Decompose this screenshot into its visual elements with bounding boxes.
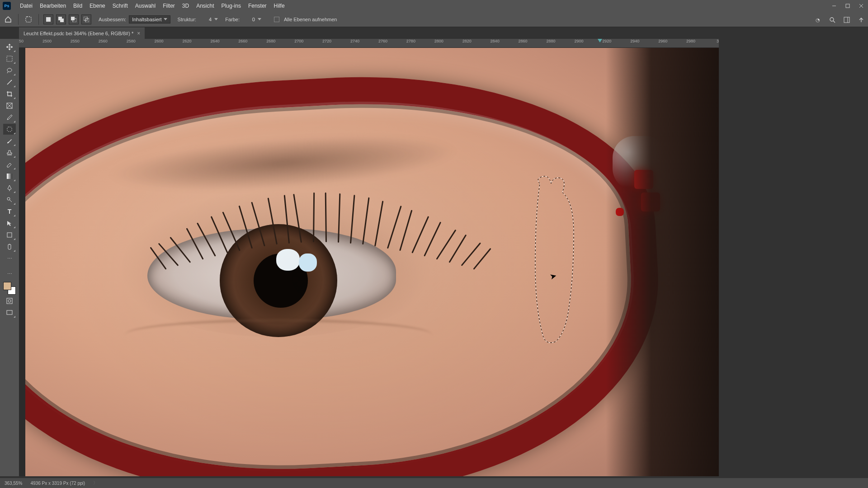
search-icon[interactable]	[828, 16, 836, 24]
menu-bild[interactable]: Bild	[70, 1, 86, 11]
structure-label: Struktur:	[178, 17, 197, 22]
eyedropper-tool[interactable]	[3, 112, 16, 123]
dodge-tool[interactable]	[3, 194, 16, 205]
svg-rect-27	[7, 298, 12, 304]
zoom-level[interactable]: 363,55%	[5, 481, 22, 486]
wand-tool[interactable]	[3, 77, 16, 88]
all-layers-label: Alle Ebenen aufnehmen	[284, 17, 337, 22]
menu-filter[interactable]: Filter	[159, 1, 179, 11]
selection-marquee	[531, 174, 585, 346]
svg-point-28	[8, 300, 11, 302]
patch-tool-indicator[interactable]	[23, 14, 34, 25]
canvas[interactable]: ➤	[25, 48, 719, 476]
selection-new[interactable]	[43, 14, 53, 24]
menu-fenster[interactable]: Fenster	[245, 1, 270, 11]
window-minimize[interactable]	[827, 0, 841, 12]
selection-intersect[interactable]	[81, 14, 91, 24]
menu-bearbeiten[interactable]: Bearbeiten	[36, 1, 70, 11]
structure-value[interactable]: 4	[199, 17, 212, 22]
menu-schrift[interactable]: Schrift	[109, 1, 132, 11]
document-tab[interactable]: Leucht Effekt.psdc bei 364% (Ebene 6, RG…	[19, 28, 145, 39]
gradient-tool[interactable]	[3, 171, 16, 182]
type-tool[interactable]: T	[3, 206, 16, 217]
document-tab-bar: Leucht Effekt.psdc bei 364% (Ebene 6, RG…	[0, 27, 868, 39]
svg-rect-7	[60, 19, 64, 22]
home-icon[interactable]	[3, 14, 14, 25]
svg-rect-23	[7, 174, 12, 179]
menu-ebene[interactable]: Ebene	[86, 1, 109, 11]
all-layers-checkbox[interactable]	[274, 17, 279, 22]
status-chevron-icon[interactable]: 〉	[93, 480, 98, 486]
svg-rect-29	[7, 310, 12, 314]
svg-rect-1	[846, 4, 849, 8]
document-title: Leucht Effekt.psdc bei 364% (Ebene 6, RG…	[24, 31, 133, 36]
screen-mode[interactable]	[3, 307, 16, 318]
hand-tool[interactable]	[3, 241, 16, 252]
edit-toolbar[interactable]: ⋯	[3, 268, 16, 279]
patch-mode-label: Ausbessern:	[99, 17, 126, 22]
color-label: Farbe:	[225, 17, 240, 22]
path-select-tool[interactable]	[3, 218, 16, 229]
patch-tool[interactable]	[3, 124, 16, 135]
menu-bar: Ps DateiBearbeitenBildEbeneSchriftAuswah…	[0, 0, 868, 12]
svg-rect-14	[844, 17, 849, 23]
svg-rect-4	[26, 17, 31, 22]
menu-plug-ins[interactable]: Plug-ins	[218, 1, 245, 11]
workspace-icon[interactable]	[843, 16, 851, 24]
more-tools[interactable]: ⋯	[3, 253, 16, 264]
svg-point-17	[7, 68, 12, 72]
svg-point-18	[11, 80, 12, 81]
marquee-tool[interactable]	[3, 53, 16, 64]
lasso-tool[interactable]	[3, 65, 16, 76]
workspace: T ⋯ ⋯ 2450250025502560258026002620264026…	[0, 39, 868, 476]
stamp-tool[interactable]	[3, 147, 16, 158]
share-icon[interactable]	[857, 16, 865, 24]
quick-mask[interactable]	[3, 296, 16, 306]
eraser-tool[interactable]	[3, 159, 16, 170]
svg-rect-22	[7, 127, 12, 131]
app-logo: Ps	[3, 2, 11, 10]
options-bar: Ausbessern: Inhaltsbasiert Struktur: 4 F…	[0, 12, 868, 27]
ruler-horizontal[interactable]: 2450250025502560258026002620264026602680…	[19, 39, 719, 48]
menu-3d[interactable]: 3D	[179, 1, 193, 11]
menu-ansicht[interactable]: Ansicht	[193, 1, 217, 11]
frame-tool[interactable]	[3, 100, 16, 111]
color-swatches[interactable]	[3, 282, 16, 295]
svg-rect-26	[7, 233, 12, 237]
status-bar: 363,55% 4936 Px x 3319 Px (72 ppi) 〉	[0, 478, 868, 488]
crop-tool[interactable]	[3, 89, 16, 99]
svg-line-13	[833, 21, 835, 23]
shape-tool[interactable]	[3, 230, 16, 240]
svg-line-25	[9, 200, 12, 202]
selection-add[interactable]	[56, 14, 66, 24]
canvas-area[interactable]: ➤	[19, 48, 719, 476]
menu-auswahl[interactable]: Auswahl	[132, 1, 159, 11]
cloud-icon[interactable]: ◔	[814, 16, 822, 24]
move-tool[interactable]	[3, 42, 16, 52]
menu-datei[interactable]: Datei	[16, 1, 36, 11]
color-value[interactable]: 0	[242, 17, 255, 22]
close-tab-icon[interactable]: ×	[137, 30, 140, 37]
svg-point-12	[830, 18, 834, 21]
svg-rect-5	[46, 17, 51, 22]
svg-rect-16	[7, 56, 12, 61]
menu-hilfe[interactable]: Hilfe	[270, 1, 288, 11]
document-dimensions: 4936 Px x 3319 Px (72 ppi)	[30, 481, 85, 486]
pen-tool[interactable]	[3, 183, 16, 193]
window-maximize[interactable]	[841, 0, 854, 12]
selection-subtract[interactable]	[69, 14, 79, 24]
window-close[interactable]	[854, 0, 868, 12]
brush-tool[interactable]	[3, 136, 16, 146]
tool-panel: T ⋯ ⋯	[0, 39, 19, 476]
patch-mode-select[interactable]: Inhaltsbasiert	[129, 15, 170, 23]
